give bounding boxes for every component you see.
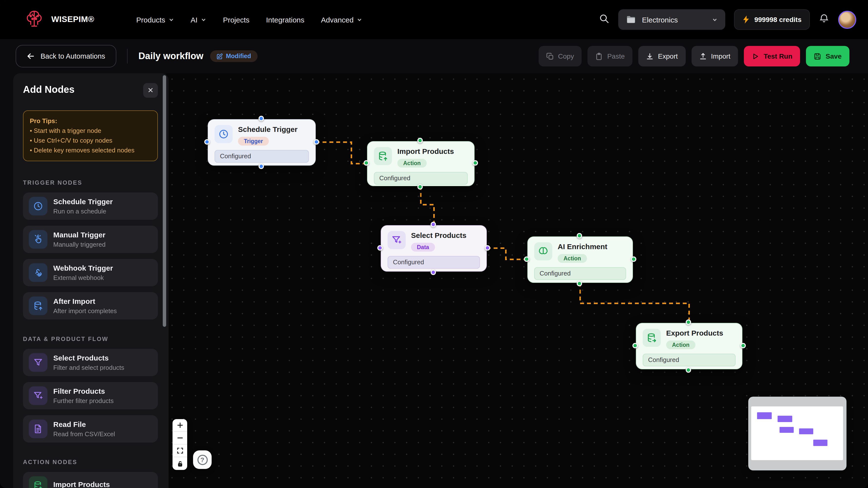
edit-pencil-icon — [217, 53, 223, 59]
handle-bottom[interactable] — [577, 281, 582, 286]
menu-ai[interactable]: AI — [191, 15, 206, 24]
paste-button[interactable]: Paste — [588, 46, 633, 66]
pro-tip: • Start with a trigger node — [30, 126, 151, 136]
handle-top[interactable] — [417, 138, 423, 143]
copy-button[interactable]: Copy — [538, 46, 582, 66]
node-title: Import Products — [397, 147, 454, 156]
workflow-toolbar: Back to Automations Daily workflow Modif… — [0, 39, 868, 73]
workflow-canvas[interactable]: Schedule Trigger Trigger Configured Impo… — [166, 73, 868, 488]
app-window: WISEPIM® Products AI Projects Integratio… — [0, 0, 868, 488]
handle-left[interactable] — [204, 139, 210, 144]
handle-right[interactable] — [473, 160, 478, 166]
database-export-icon — [643, 329, 661, 347]
handle-bottom[interactable] — [686, 367, 691, 373]
section-header-data-product-flow: DATA & PRODUCT FLOW — [23, 335, 158, 343]
zoom-out-button[interactable] — [173, 432, 187, 445]
canvas-controls — [173, 419, 187, 470]
node-export-products[interactable]: Export Products Action Configured — [636, 323, 742, 369]
node-status: Configured — [374, 172, 468, 185]
funnel-plus-icon — [388, 231, 406, 249]
notifications-bell-icon[interactable] — [819, 13, 829, 26]
minimap-node — [778, 416, 792, 422]
sidebar-item-webhook-trigger[interactable]: Webhook Trigger External webhook — [23, 259, 158, 286]
add-nodes-panel: Add Nodes ✕ Pro Tips: • Start with a tri… — [13, 73, 168, 488]
node-select-products[interactable]: Select Products Data Configured — [381, 225, 487, 271]
node-badge: Data — [411, 243, 435, 252]
save-button[interactable]: Save — [806, 46, 849, 66]
main-menu: Products AI Projects Integrations Advanc… — [136, 15, 363, 24]
handle-top[interactable] — [686, 320, 691, 325]
clock-icon — [29, 197, 48, 216]
file-text-icon — [29, 420, 48, 438]
panel-scrollbar[interactable] — [163, 75, 166, 327]
toolbar-actions: Copy Paste Export Import Test Run Save — [538, 46, 849, 66]
node-title: AI Enrichment — [558, 242, 607, 251]
handle-left[interactable] — [377, 245, 383, 250]
node-schedule-trigger[interactable]: Schedule Trigger Trigger Configured — [208, 119, 316, 166]
credits-badge[interactable]: 999998 credits — [734, 9, 810, 30]
sidebar-item-read-file[interactable]: Read File Read from CSV/Excel — [23, 415, 158, 443]
navbar-right: Electronics 999998 credits — [599, 9, 856, 30]
folder-icon — [626, 15, 636, 24]
handle-bottom[interactable] — [258, 164, 264, 169]
zoom-in-button[interactable] — [173, 419, 187, 432]
funnel-plus-icon — [29, 386, 48, 405]
handle-right[interactable] — [631, 256, 636, 262]
edge-import-to-select — [421, 186, 434, 224]
search-icon[interactable] — [599, 13, 610, 26]
import-button[interactable]: Import — [691, 46, 738, 66]
sidebar-item-import-products[interactable]: Import Products — [23, 472, 158, 488]
sidebar-item-after-import[interactable]: After Import After import completes — [23, 292, 158, 320]
help-button[interactable]: ? — [193, 450, 212, 469]
test-run-button[interactable]: Test Run — [744, 46, 800, 66]
database-import-icon — [29, 476, 48, 488]
handle-left[interactable] — [524, 256, 529, 262]
handle-right[interactable] — [740, 343, 746, 348]
menu-integrations[interactable]: Integrations — [266, 15, 305, 24]
lock-toggle-button[interactable] — [173, 457, 187, 470]
workspace-selector[interactable]: Electronics — [619, 9, 725, 30]
node-ai-enrichment[interactable]: AI Enrichment Action Configured — [527, 236, 633, 283]
back-to-automations-button[interactable]: Back to Automations — [16, 45, 116, 67]
chevron-down-icon — [201, 17, 206, 22]
section-header-trigger-nodes: TRIGGER NODES — [23, 179, 158, 186]
modified-status-badge: Modified — [210, 50, 257, 62]
pro-tip: • Use Ctrl+C/V to copy nodes — [30, 136, 151, 145]
handle-top[interactable] — [258, 116, 264, 121]
menu-products[interactable]: Products — [136, 15, 174, 24]
fit-view-button[interactable] — [173, 445, 187, 457]
webhook-icon — [29, 263, 48, 282]
edge-select-to-ai — [487, 248, 526, 259]
minimap[interactable] — [748, 397, 846, 470]
handle-left[interactable] — [632, 343, 638, 348]
handle-bottom[interactable] — [417, 184, 423, 190]
sidebar-item-schedule-trigger[interactable]: Schedule Trigger Run on a schedule — [23, 192, 158, 220]
brand-brain-logo-icon — [26, 10, 42, 29]
funnel-icon — [29, 353, 48, 372]
panel-title: Add Nodes — [23, 84, 74, 95]
node-status: Configured — [534, 267, 626, 280]
sidebar-item-select-products[interactable]: Select Products Filter and select produc… — [23, 349, 158, 376]
pro-tips-box: Pro Tips: • Start with a trigger node • … — [23, 110, 158, 161]
menu-projects[interactable]: Projects — [223, 15, 249, 24]
pro-tips-heading: Pro Tips: — [30, 116, 151, 126]
copy-icon — [547, 53, 554, 60]
node-import-products[interactable]: Import Products Action Configured — [367, 141, 474, 186]
credits-count: 999998 credits — [754, 15, 802, 24]
sidebar-item-filter-products[interactable]: Filter Products Further filter products — [23, 382, 158, 409]
sidebar-item-manual-trigger[interactable]: Manual Trigger Manually triggered — [23, 226, 158, 253]
section-header-action-nodes: ACTION NODES — [23, 459, 158, 465]
handle-right[interactable] — [314, 139, 319, 144]
export-button[interactable]: Export — [639, 46, 686, 66]
handle-top[interactable] — [577, 233, 582, 238]
menu-advanced[interactable]: Advanced — [321, 15, 363, 24]
node-title: Select Products — [411, 231, 466, 240]
edge-ai-to-export — [580, 283, 689, 322]
minimap-node — [799, 428, 813, 434]
handle-bottom[interactable] — [430, 270, 436, 275]
handle-right[interactable] — [485, 245, 490, 250]
user-avatar[interactable] — [838, 10, 856, 29]
handle-top[interactable] — [430, 222, 436, 227]
handle-left[interactable] — [364, 160, 369, 166]
close-panel-button[interactable]: ✕ — [143, 83, 158, 98]
